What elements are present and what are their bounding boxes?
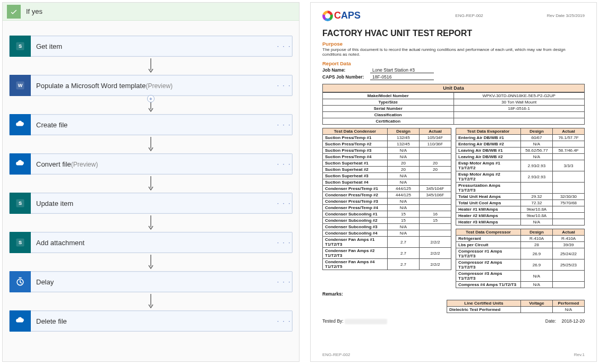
step-label: Update item <box>31 200 276 207</box>
table-row: Make/Model NumberWPKV-30TD-0NN18KE-5E5-P… <box>323 93 585 99</box>
table-row: Compress #4 Amps T1/T2/T3N/A <box>456 282 585 288</box>
step-label: Get item <box>31 42 276 50</box>
step-icon <box>10 153 31 175</box>
tested-row: Tested By: Date: 2018-12-20 <box>322 318 585 324</box>
table-row: Evap Motor Amps #1 T1/T2/T22.93/2.933/3/… <box>456 160 585 171</box>
table-row: Condenser Subcooling #21515 <box>323 218 451 224</box>
flow-arrow[interactable] <box>9 292 293 310</box>
table-row: Evap Motor Amps #2 T1/T2/T22.93/2.93 <box>456 171 585 183</box>
flow-arrow[interactable] <box>9 57 293 75</box>
table-row: Heater #1 kW/Amps9kw/10.8A <box>456 206 585 213</box>
table-row: Condenser Fan Amps #4 T1/T2/T52.72/2/2 <box>323 259 451 270</box>
flow-step[interactable]: Delete file· · · <box>9 310 293 332</box>
flow-step[interactable]: WPopulate a Microsoft Word template(Prev… <box>9 75 293 96</box>
flow-arrow[interactable] <box>9 135 293 153</box>
doc-footer: ENG-REP-002 Rev.1 <box>322 349 585 357</box>
step-menu-button[interactable]: · · · <box>276 121 292 128</box>
table-row: Condenser Press/Temp #4N/A <box>323 205 451 211</box>
step-label: Delete file <box>31 317 276 325</box>
step-menu-button[interactable]: · · · <box>276 42 292 50</box>
date-label: Date: <box>545 318 556 324</box>
caps-job-label: CAPS Job Number: <box>322 74 370 80</box>
flow-step[interactable]: Create file· · · <box>9 114 293 135</box>
flow-step[interactable]: SAdd attachment· · · <box>9 232 293 253</box>
table-row: Suction Superheat #3N/A <box>323 173 451 179</box>
table-row: Suction Press/Temp #3N/A <box>323 148 451 154</box>
unit-data-title: Unit Data <box>322 84 585 92</box>
doc-id: ENG-REP-002 <box>455 13 483 18</box>
job-name-row: Job Name: Lone Start Station #3 <box>322 67 585 73</box>
flow-step[interactable]: Delay· · · <box>9 271 293 292</box>
date-value: 2018-12-20 <box>562 318 585 324</box>
logo-text: CAPS <box>334 10 361 21</box>
step-menu-button[interactable]: · · · <box>276 239 292 246</box>
step-menu-button[interactable]: · · · <box>276 317 292 325</box>
flow-step[interactable]: Convert file(Preview)· · · <box>9 153 293 175</box>
tested-by-label: Tested By: <box>322 318 344 324</box>
table-row: Entering Air DB/WB #2N/A <box>456 141 585 148</box>
caps-job-row: CAPS Job Number: 18F-0516 <box>322 74 585 80</box>
condition-label: If yes <box>26 7 42 15</box>
remarks-row: Remarks: <box>322 291 585 297</box>
table-row: Condenser Press/Temp #1444/125345/104F <box>323 186 451 192</box>
footer-left: ENG-REP-002 <box>322 352 350 357</box>
step-icon: S <box>10 36 31 57</box>
svg-text:S: S <box>19 240 22 245</box>
table-row: Leaving Air DB/WB #158.62/56.7758.7/46.4… <box>456 148 585 154</box>
flow-steps-container: SGet item· · ·WPopulate a Microsoft Word… <box>3 36 299 332</box>
job-name-value: Lone Start Station #3 <box>370 67 434 73</box>
step-menu-button[interactable]: · · · <box>276 200 292 207</box>
purpose-heading: Purpose <box>322 41 585 47</box>
table-row: Heater #2 kW/Amps9kw/10.8A <box>456 213 585 219</box>
table-row: Condenser Subcooling #11516 <box>323 211 451 218</box>
table-row: Classification <box>323 112 585 118</box>
flow-arrow[interactable]: + <box>9 96 293 114</box>
right-column: Test Data EvaporatorDesignActualEntering… <box>456 128 585 288</box>
line-cert-wrap: Line Certified UnitsVoltagePerformedDiel… <box>322 300 585 313</box>
table-row: Entering Air DB/WB #160/6776.1/57.7F <box>456 135 585 141</box>
table-row: Condenser Fan Amps #1 T1/T2/T32.72/2/2 <box>323 237 451 248</box>
flow-step[interactable]: SUpdate item· · · <box>9 193 293 214</box>
step-icon <box>10 310 31 332</box>
step-icon <box>10 114 31 135</box>
step-label: Convert file(Preview) <box>31 160 276 168</box>
table-row: Dielectric Test PerformedN/A <box>447 307 585 313</box>
svg-text:S: S <box>19 201 22 206</box>
flow-arrow[interactable] <box>9 253 293 271</box>
flow-step[interactable]: SGet item· · · <box>9 36 293 57</box>
table-row: Certification <box>323 118 585 125</box>
table-row: Suction Superheat #12020 <box>323 160 451 167</box>
table-row: Leaving Air DB/WB #2N/A <box>456 154 585 160</box>
document-panel: CAPS ENG-REP-002 Rev Date 3/25/2019 FACT… <box>310 2 597 362</box>
line-cert-table: Line Certified UnitsVoltagePerformedDiel… <box>447 300 585 313</box>
step-icon: S <box>10 232 31 253</box>
step-menu-button[interactable]: · · · <box>276 160 292 168</box>
compressor-table: Test Data CompressorDesignActualRefriger… <box>456 229 585 288</box>
table-row: Suction Press/Temp #2132/45110/36F <box>323 141 451 148</box>
flow-arrow[interactable] <box>9 175 293 193</box>
table-row: Condenser Subcooling #3N/A <box>323 224 451 230</box>
footer-right: Rev.1 <box>574 352 585 357</box>
step-menu-button[interactable]: · · · <box>276 278 292 285</box>
step-label: Populate a Microsoft Word template(Previ… <box>31 82 276 90</box>
table-row: Pressurization Amps T1/T2/T3 <box>456 183 585 194</box>
condenser-column: Test Data CondenserDesignActualSuction P… <box>322 128 451 288</box>
flow-arrow[interactable] <box>9 214 293 232</box>
table-row: Type/Size30 Ton Wall Mount <box>323 99 585 106</box>
table-row: Lbs per Circuit2839/39 <box>456 242 585 248</box>
table-row: Compressor #1 Amps T1/T2/T326.925/24/22 <box>456 248 585 259</box>
table-row: Compressor #2 Amps T1/T2/T326.925/25/23 <box>456 259 585 271</box>
table-row: Suction Superheat #22020 <box>323 167 451 173</box>
svg-text:W: W <box>18 83 23 88</box>
add-step-icon[interactable]: + <box>147 95 155 102</box>
report-data-heading: Report Data <box>322 60 585 66</box>
test-data-columns: Test Data CondenserDesignActualSuction P… <box>322 128 585 288</box>
table-row: Total Unit Cool Amps72.3275/70/68 <box>456 200 585 206</box>
step-menu-button[interactable]: · · · <box>276 82 292 89</box>
table-row: RefrigerantR-410AR-410A <box>456 236 585 242</box>
step-label: Delay <box>31 278 276 286</box>
table-row: Suction Press/Temp #4N/A <box>323 154 451 160</box>
table-row: Compressor #3 Amps T1/T2/T3N/A <box>456 271 585 282</box>
svg-text:S: S <box>19 44 22 49</box>
condition-bar[interactable]: If yes <box>3 3 299 21</box>
